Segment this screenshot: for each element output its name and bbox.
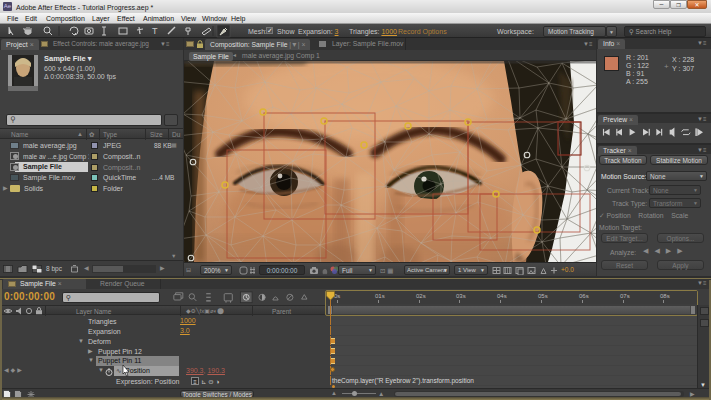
svg-text:T: T	[152, 26, 158, 36]
